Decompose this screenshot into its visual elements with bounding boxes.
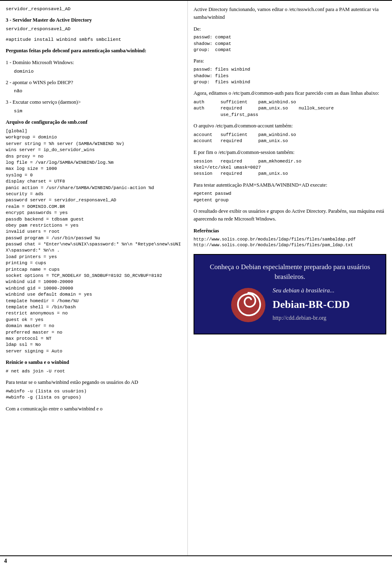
- sim: sim: [14, 108, 182, 114]
- section1-title: 3 - Servidor Master do Active Directory: [6, 16, 182, 24]
- wbinfo-g: #wbinfo -g (lista os grupos): [6, 394, 182, 401]
- referencias-section: Referências http://www.solis.coop.br/mod…: [194, 227, 386, 248]
- para-testar-text: Para testar autenticação PAM+SAMBA/WINBI…: [194, 181, 386, 189]
- debian-logo-icon: [230, 287, 267, 323]
- ad-text-right: Seu debian à brasileira... Debian-BR-CDD…: [272, 286, 350, 324]
- reinicie-title: Reinicie o samba e o winbind: [6, 359, 182, 366]
- ad-tagline: Seu debian à brasileira...: [272, 286, 350, 295]
- nao: não: [14, 88, 182, 94]
- ad-url: http://cdd.debian-br.org: [272, 314, 350, 322]
- dominio: dominio: [14, 68, 182, 75]
- active-dir-intro: Active Directory funcionando, vamos edit…: [194, 6, 386, 21]
- smb-conf: [global] workgroup = dominio server stri…: [6, 128, 182, 354]
- ad-box: Conheça o Debian especialmente preparado…: [194, 254, 386, 334]
- ref2: http://www.solis.coop.br/modules/ldap/fi…: [194, 242, 386, 248]
- de-label: De:: [194, 25, 386, 33]
- item1: 1 - Domínio Microsoft Windows:: [6, 59, 182, 67]
- agora-section: Agora, editamos o /etc/pam.d/common-auth…: [194, 89, 386, 118]
- section1-sub: servidor_responsavel_AD: [6, 26, 182, 32]
- comunicacao: Com a comunicação entre o samba/winbind …: [6, 405, 182, 413]
- comunicacao-section: Com a comunicação entre o samba/winbind …: [6, 405, 182, 413]
- common-session-section: E por fim o /etc/pam.d/common-session ta…: [194, 149, 386, 177]
- de-content: passwd: compat shadow: compat group: com…: [194, 34, 386, 53]
- left-column: servidor_responsavel_AD 3 - Servidor Mas…: [0, 1, 188, 555]
- testar-title: Para testar se o samba/winbind estão peg…: [6, 379, 182, 386]
- ad-title: Conheça o Debian especialmente preparado…: [201, 262, 379, 282]
- right-column: Active Directory funcionando, vamos edit…: [188, 1, 392, 555]
- ad-brand: Debian-BR-CDD: [272, 297, 350, 312]
- auth-block: auth sufficient pam_winbind.so auth requ…: [194, 99, 386, 118]
- referencias-title: Referências: [194, 227, 386, 235]
- perguntas-title: Perguntas feitas pelo debconf para auten…: [6, 47, 182, 55]
- reinicie-cmd: # net ads join -U root: [6, 368, 182, 374]
- para-content: passwd: files winbind shadow: files grou…: [194, 67, 386, 85]
- common-session-text: E por fim o /etc/pam.d/common-session ta…: [194, 149, 386, 156]
- page-number: 4: [4, 558, 7, 564]
- para-testar-section: Para testar autenticação PAM+SAMBA/WINBI…: [194, 181, 386, 204]
- intro-line: servidor_responsavel_AD: [6, 6, 182, 12]
- ad-logo-area: Seu debian à brasileira... Debian-BR-CDD…: [201, 286, 379, 324]
- agora-text: Agora, editamos o /etc/pam.d/common-auth…: [194, 89, 386, 97]
- session-block: session required pam_mkhomedir.so skel=/…: [194, 158, 386, 177]
- active-dir-intro-text: Active Directory funcionando, vamos edit…: [194, 6, 386, 21]
- account-block: account sufficient pam_winbind.so accoun…: [194, 132, 386, 145]
- perguntas-section: Perguntas feitas pelo debconf para auten…: [6, 47, 182, 114]
- testar-section: Para testar se o samba/winbind estão peg…: [6, 379, 182, 401]
- arquivo-section: Arquivo de configuração do smb.conf [glo…: [6, 118, 182, 354]
- para-label: Para:: [194, 57, 386, 65]
- section1: 3 - Servidor Master do Active Directory …: [6, 16, 182, 32]
- wbinfo-u: #wbinfo -u (lista os usuários): [6, 388, 182, 394]
- item3: 3 - Excutar como serviço (daemon)>: [6, 98, 182, 106]
- common-account-section: O arquivo /etc/pam.d/common-account tamb…: [194, 122, 386, 145]
- ref1: http://www.solis.coop.br/modules/ldap/fi…: [194, 236, 386, 243]
- common-account-text: O arquivo /etc/pam.d/common-account tamb…: [194, 122, 386, 130]
- resultado-text: O resultado deve exibir os usuários e gr…: [194, 207, 386, 223]
- content-area: servidor_responsavel_AD 3 - Servidor Mas…: [0, 0, 392, 555]
- item2: 2 - apontar o WINS pelo DHCP?: [6, 79, 182, 87]
- getent-block: #getent passwd #getent group: [194, 191, 386, 203]
- resultado-section: O resultado deve exibir os usuários e gr…: [194, 207, 386, 223]
- bottom-bar: 4: [0, 555, 392, 566]
- aptitude-cmd: #aptitude install winbind smbfs smbclien…: [6, 36, 182, 43]
- page: servidor_responsavel_AD 3 - Servidor Mas…: [0, 0, 392, 566]
- de-section: De: passwd: compat shadow: compat group:…: [194, 25, 386, 53]
- para-section: Para: passwd: files winbind shadow: file…: [194, 57, 386, 85]
- reinicie-section: Reinicie o samba e o winbind # net ads j…: [6, 359, 182, 374]
- arquivo-title: Arquivo de configuração do smb.conf: [6, 118, 182, 126]
